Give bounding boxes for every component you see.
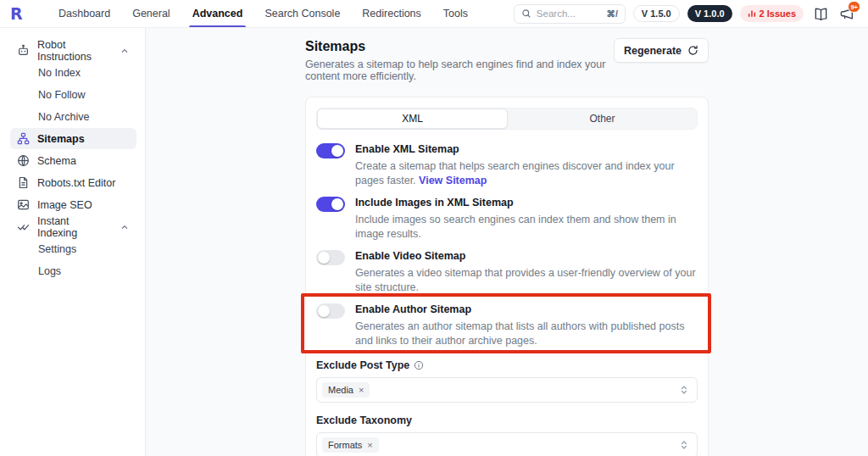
toggle-row-include-images: Include Images in XML Sitemap Include im… bbox=[316, 196, 698, 241]
refresh-icon bbox=[687, 45, 698, 56]
search-shortcut: ⌘/ bbox=[606, 8, 617, 19]
nav-dashboard[interactable]: Dashboard bbox=[47, 0, 121, 27]
toggle-row-author: Enable Author Sitemap Generates an autho… bbox=[316, 303, 698, 348]
sidebar-item-schema[interactable]: Schema bbox=[10, 150, 136, 171]
enable-xml-sitemap-toggle[interactable] bbox=[316, 143, 345, 158]
include-images-toggle[interactable] bbox=[316, 197, 345, 212]
page-subtitle: Generates a sitemap to help search engin… bbox=[305, 58, 614, 82]
sidebar-item-logs[interactable]: Logs bbox=[10, 260, 136, 282]
search-icon bbox=[521, 8, 531, 19]
top-nav: Dashboard General Advanced Search Consol… bbox=[47, 0, 479, 27]
tab-xml[interactable]: XML bbox=[317, 108, 508, 129]
page-title: Sitemaps bbox=[305, 38, 614, 55]
sitemap-icon bbox=[17, 132, 30, 145]
toggle-label: Enable Author Sitemap bbox=[355, 303, 698, 317]
remove-tag-icon[interactable]: × bbox=[367, 441, 372, 450]
app-window: R Dashboard General Advanced Search Cons… bbox=[0, 0, 868, 456]
toggle-label: Enable XML Sitemap bbox=[355, 142, 698, 157]
chevron-up-icon bbox=[120, 46, 130, 56]
version-badge: V 1.0.0 bbox=[687, 5, 732, 22]
exclude-post-type-field: Exclude Post Type Media × bbox=[316, 359, 698, 403]
notification-count-badge: 9+ bbox=[848, 1, 860, 13]
nav-tools[interactable]: Tools bbox=[432, 0, 479, 27]
nav-advanced[interactable]: Advanced bbox=[181, 0, 254, 27]
settings-card: XML Other Enable XML Sitemap Create a si… bbox=[305, 97, 709, 456]
search-placeholder: Search... bbox=[537, 8, 602, 19]
toggle-row-xml-sitemap: Enable XML Sitemap Create a sitemap that… bbox=[316, 142, 698, 187]
nav-general[interactable]: General bbox=[121, 0, 181, 27]
sidebar-item-sitemaps[interactable]: Sitemaps bbox=[10, 128, 136, 149]
view-sitemap-link[interactable]: View Sitemap bbox=[419, 175, 487, 186]
sidebar-item-instant-indexing[interactable]: Instant Indexing bbox=[10, 216, 136, 237]
toggle-description: Create a sitemap that helps search engin… bbox=[355, 159, 698, 187]
docs-button[interactable] bbox=[811, 4, 830, 23]
remove-tag-icon[interactable]: × bbox=[359, 386, 364, 395]
sidebar-item-no-follow[interactable]: No Follow bbox=[10, 84, 136, 106]
image-icon bbox=[17, 198, 30, 211]
exclude-taxonomy-select[interactable]: Formats × bbox=[316, 432, 698, 456]
nav-redirections[interactable]: Redirections bbox=[351, 0, 431, 27]
book-icon bbox=[814, 7, 828, 21]
sidebar-item-robot-instructions[interactable]: Robot Instructions bbox=[10, 40, 136, 61]
select-chevrons-icon bbox=[679, 384, 689, 396]
sidebar-item-no-index[interactable]: No Index bbox=[10, 62, 136, 84]
sidebar-item-settings[interactable]: Settings bbox=[10, 238, 136, 260]
sitemap-tabs: XML Other bbox=[316, 108, 698, 130]
app-logo[interactable]: R bbox=[10, 0, 32, 27]
tab-other[interactable]: Other bbox=[508, 108, 697, 129]
enable-video-sitemap-toggle[interactable] bbox=[316, 250, 345, 265]
bar-chart-icon bbox=[748, 9, 756, 18]
exclude-taxonomy-field: Exclude Taxonomy Formats × bbox=[316, 414, 698, 456]
sidebar-item-no-archive[interactable]: No Archive bbox=[10, 106, 136, 128]
issues-badge[interactable]: 2 Issues bbox=[740, 5, 804, 22]
double-check-icon bbox=[17, 220, 30, 233]
topbar: R Dashboard General Advanced Search Cons… bbox=[0, 0, 868, 28]
globe-icon bbox=[17, 154, 30, 167]
enable-author-sitemap-toggle[interactable] bbox=[316, 303, 345, 319]
regenerate-button[interactable]: Regenerate bbox=[614, 38, 709, 63]
toggle-label: Include Images in XML Sitemap bbox=[355, 196, 698, 210]
sidebar-item-robots-txt-editor[interactable]: Robots.txt Editor bbox=[10, 172, 136, 193]
toggle-row-video-sitemap: Enable Video Sitemap Generates a video s… bbox=[316, 249, 698, 294]
select-chevrons-icon bbox=[679, 439, 689, 451]
document-icon bbox=[17, 176, 30, 189]
topbar-right: Search... ⌘/ V 1.5.0 V 1.0.0 2 Issues 9+ bbox=[514, 0, 856, 27]
main-content: Sitemaps Generates a sitemap to help sea… bbox=[146, 28, 868, 456]
version-pill: V 1.5.0 bbox=[633, 5, 680, 22]
field-label: Exclude Taxonomy bbox=[316, 414, 412, 426]
toggle-label: Enable Video Sitemap bbox=[355, 249, 698, 264]
robot-icon bbox=[17, 44, 30, 57]
exclude-post-type-select[interactable]: Media × bbox=[316, 377, 698, 403]
toggle-description: Generates a video sitemap that provides … bbox=[355, 266, 698, 294]
toggle-description: Generates an author sitemap that lists a… bbox=[355, 320, 698, 348]
toggle-description: Include images so search engines can ind… bbox=[355, 213, 698, 241]
nav-search-console[interactable]: Search Console bbox=[253, 0, 351, 27]
field-label: Exclude Post Type bbox=[316, 359, 409, 371]
sidebar: Robot Instructions No Index No Follow No… bbox=[0, 28, 146, 456]
selected-tag: Media × bbox=[322, 382, 370, 398]
chevron-up-icon bbox=[120, 222, 130, 232]
info-icon bbox=[414, 360, 424, 370]
selected-tag: Formats × bbox=[322, 437, 379, 453]
search-input[interactable]: Search... ⌘/ bbox=[514, 4, 626, 24]
notifications-button[interactable]: 9+ bbox=[837, 4, 856, 23]
sidebar-item-image-seo[interactable]: Image SEO bbox=[10, 194, 136, 215]
